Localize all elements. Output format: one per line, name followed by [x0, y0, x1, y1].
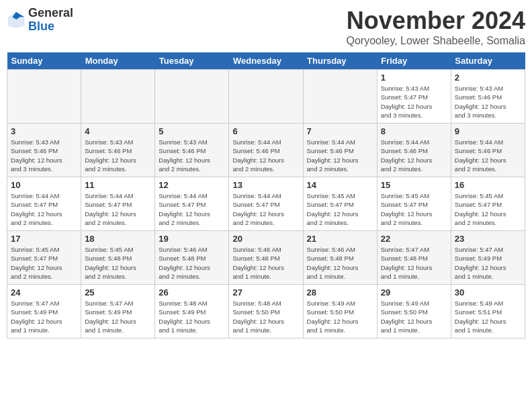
day-info: Sunrise: 5:44 AM Sunset: 5:47 PM Dayligh…	[159, 191, 225, 227]
calendar-cell: 15Sunrise: 5:45 AM Sunset: 5:47 PM Dayli…	[377, 177, 451, 231]
calendar-week-3: 10Sunrise: 5:44 AM Sunset: 5:47 PM Dayli…	[7, 177, 525, 231]
day-number: 10	[11, 180, 77, 190]
day-number: 29	[381, 287, 447, 298]
day-number: 5	[159, 126, 225, 136]
calendar-cell: 14Sunrise: 5:45 AM Sunset: 5:47 PM Dayli…	[303, 177, 377, 231]
calendar-cell: 26Sunrise: 5:48 AM Sunset: 5:49 PM Dayli…	[155, 285, 229, 338]
day-number: 30	[455, 287, 521, 298]
day-info: Sunrise: 5:44 AM Sunset: 5:46 PM Dayligh…	[307, 138, 373, 173]
day-info: Sunrise: 5:48 AM Sunset: 5:50 PM Dayligh…	[232, 299, 299, 334]
calendar-cell: 27Sunrise: 5:48 AM Sunset: 5:50 PM Dayli…	[229, 285, 303, 338]
calendar-cell: 19Sunrise: 5:46 AM Sunset: 5:48 PM Dayli…	[155, 231, 229, 285]
day-number: 4	[85, 126, 151, 136]
calendar-cell: 30Sunrise: 5:49 AM Sunset: 5:51 PM Dayli…	[451, 285, 525, 338]
weekday-saturday: Saturday	[451, 52, 525, 70]
weekday-monday: Monday	[81, 52, 155, 70]
calendar-cell: 3Sunrise: 5:43 AM Sunset: 5:46 PM Daylig…	[7, 124, 81, 177]
logo-general: General	[28, 7, 73, 20]
day-number: 21	[307, 234, 373, 244]
day-info: Sunrise: 5:43 AM Sunset: 5:46 PM Dayligh…	[85, 138, 151, 173]
day-number: 22	[381, 234, 447, 244]
day-number: 14	[307, 180, 373, 190]
day-info: Sunrise: 5:44 AM Sunset: 5:46 PM Dayligh…	[381, 138, 447, 173]
weekday-friday: Friday	[377, 52, 451, 70]
day-info: Sunrise: 5:44 AM Sunset: 5:47 PM Dayligh…	[85, 191, 151, 227]
day-number: 8	[381, 126, 447, 136]
day-info: Sunrise: 5:46 AM Sunset: 5:48 PM Dayligh…	[159, 245, 225, 281]
header: General Blue November 2024 Qoryooley, Lo…	[7, 7, 525, 47]
calendar-cell: 6Sunrise: 5:44 AM Sunset: 5:46 PM Daylig…	[229, 124, 303, 177]
day-info: Sunrise: 5:44 AM Sunset: 5:46 PM Dayligh…	[455, 138, 521, 173]
calendar-cell: 1Sunrise: 5:43 AM Sunset: 5:47 PM Daylig…	[377, 70, 451, 124]
calendar-cell: 28Sunrise: 5:49 AM Sunset: 5:50 PM Dayli…	[303, 285, 377, 338]
calendar-table: SundayMondayTuesdayWednesdayThursdayFrid…	[7, 52, 525, 338]
day-info: Sunrise: 5:43 AM Sunset: 5:46 PM Dayligh…	[455, 84, 521, 120]
calendar-cell: 12Sunrise: 5:44 AM Sunset: 5:47 PM Dayli…	[155, 177, 229, 231]
calendar-cell: 13Sunrise: 5:44 AM Sunset: 5:47 PM Dayli…	[229, 177, 303, 231]
logo-blue: Blue	[28, 20, 73, 34]
day-number: 27	[232, 287, 299, 298]
day-info: Sunrise: 5:49 AM Sunset: 5:51 PM Dayligh…	[455, 299, 521, 334]
day-info: Sunrise: 5:46 AM Sunset: 5:48 PM Dayligh…	[232, 245, 299, 281]
day-number: 18	[85, 234, 151, 244]
day-number: 20	[232, 234, 299, 244]
calendar-week-4: 17Sunrise: 5:45 AM Sunset: 5:47 PM Dayli…	[7, 231, 525, 285]
calendar-cell: 20Sunrise: 5:46 AM Sunset: 5:48 PM Dayli…	[229, 231, 303, 285]
calendar-cell: 22Sunrise: 5:47 AM Sunset: 5:48 PM Dayli…	[377, 231, 451, 285]
calendar-cell: 29Sunrise: 5:49 AM Sunset: 5:50 PM Dayli…	[377, 285, 451, 338]
weekday-sunday: Sunday	[7, 52, 81, 70]
day-info: Sunrise: 5:47 AM Sunset: 5:48 PM Dayligh…	[381, 245, 447, 281]
day-number: 25	[85, 287, 151, 298]
day-number: 6	[232, 126, 299, 136]
calendar-week-5: 24Sunrise: 5:47 AM Sunset: 5:49 PM Dayli…	[7, 285, 525, 338]
day-number: 2	[455, 73, 521, 83]
calendar-cell: 10Sunrise: 5:44 AM Sunset: 5:47 PM Dayli…	[7, 177, 81, 231]
logo-text: General Blue	[28, 7, 73, 34]
calendar-cell: 17Sunrise: 5:45 AM Sunset: 5:47 PM Dayli…	[7, 231, 81, 285]
day-info: Sunrise: 5:49 AM Sunset: 5:50 PM Dayligh…	[381, 299, 447, 334]
calendar-cell	[155, 70, 229, 124]
day-number: 3	[11, 126, 77, 136]
day-info: Sunrise: 5:45 AM Sunset: 5:47 PM Dayligh…	[11, 245, 77, 281]
calendar-cell	[303, 70, 377, 124]
weekday-thursday: Thursday	[303, 52, 377, 70]
day-number: 1	[381, 73, 447, 83]
day-info: Sunrise: 5:45 AM Sunset: 5:47 PM Dayligh…	[307, 191, 373, 227]
logo: General Blue	[7, 7, 73, 34]
day-info: Sunrise: 5:44 AM Sunset: 5:47 PM Dayligh…	[11, 191, 77, 227]
day-info: Sunrise: 5:47 AM Sunset: 5:49 PM Dayligh…	[85, 299, 151, 334]
day-info: Sunrise: 5:47 AM Sunset: 5:49 PM Dayligh…	[11, 299, 77, 334]
day-number: 19	[159, 234, 225, 244]
day-info: Sunrise: 5:46 AM Sunset: 5:48 PM Dayligh…	[307, 245, 373, 281]
logo-icon	[7, 11, 26, 30]
day-info: Sunrise: 5:45 AM Sunset: 5:47 PM Dayligh…	[455, 191, 521, 227]
day-info: Sunrise: 5:44 AM Sunset: 5:47 PM Dayligh…	[232, 191, 299, 227]
calendar-cell: 7Sunrise: 5:44 AM Sunset: 5:46 PM Daylig…	[303, 124, 377, 177]
day-info: Sunrise: 5:43 AM Sunset: 5:47 PM Dayligh…	[381, 84, 447, 120]
title-area: November 2024 Qoryooley, Lower Shabeelle…	[346, 7, 525, 47]
day-number: 9	[455, 126, 521, 136]
calendar-cell: 23Sunrise: 5:47 AM Sunset: 5:49 PM Dayli…	[451, 231, 525, 285]
calendar-cell: 2Sunrise: 5:43 AM Sunset: 5:46 PM Daylig…	[451, 70, 525, 124]
calendar-cell: 21Sunrise: 5:46 AM Sunset: 5:48 PM Dayli…	[303, 231, 377, 285]
day-number: 23	[455, 234, 521, 244]
calendar-week-2: 3Sunrise: 5:43 AM Sunset: 5:46 PM Daylig…	[7, 124, 525, 177]
calendar-cell: 8Sunrise: 5:44 AM Sunset: 5:46 PM Daylig…	[377, 124, 451, 177]
day-number: 12	[159, 180, 225, 190]
location-title: Qoryooley, Lower Shabeelle, Somalia	[346, 35, 525, 47]
day-info: Sunrise: 5:49 AM Sunset: 5:50 PM Dayligh…	[307, 299, 373, 334]
day-info: Sunrise: 5:48 AM Sunset: 5:49 PM Dayligh…	[159, 299, 225, 334]
calendar-cell: 4Sunrise: 5:43 AM Sunset: 5:46 PM Daylig…	[81, 124, 155, 177]
day-number: 17	[11, 234, 77, 244]
calendar-cell: 5Sunrise: 5:43 AM Sunset: 5:46 PM Daylig…	[155, 124, 229, 177]
day-info: Sunrise: 5:44 AM Sunset: 5:46 PM Dayligh…	[232, 138, 299, 173]
day-info: Sunrise: 5:47 AM Sunset: 5:49 PM Dayligh…	[455, 245, 521, 281]
calendar-cell: 24Sunrise: 5:47 AM Sunset: 5:49 PM Dayli…	[7, 285, 81, 338]
day-number: 11	[85, 180, 151, 190]
calendar-cell: 11Sunrise: 5:44 AM Sunset: 5:47 PM Dayli…	[81, 177, 155, 231]
day-number: 24	[11, 287, 77, 298]
weekday-tuesday: Tuesday	[155, 52, 229, 70]
weekday-header: SundayMondayTuesdayWednesdayThursdayFrid…	[7, 52, 525, 70]
day-number: 28	[307, 287, 373, 298]
month-title: November 2024	[346, 7, 525, 35]
